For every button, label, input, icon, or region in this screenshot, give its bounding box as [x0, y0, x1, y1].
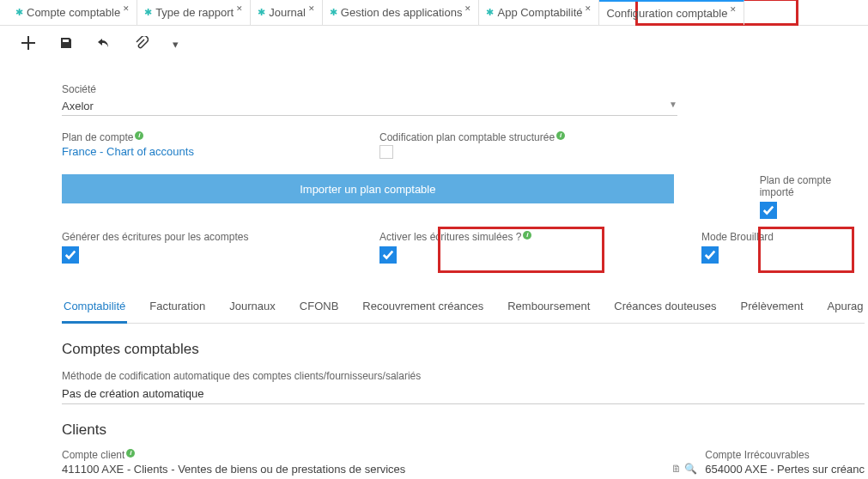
close-icon[interactable]: ✕: [123, 4, 130, 13]
field-actions[interactable]: 🗎 🔍: [671, 463, 697, 475]
top-tabs: ✱Compte comptable✕ ✱Type de rapport✕ ✱Jo…: [0, 0, 868, 26]
close-icon[interactable]: ✕: [730, 5, 737, 14]
plan-value-link[interactable]: France - Chart of accounts: [62, 145, 379, 158]
subtab-apurag[interactable]: Apurag: [826, 294, 865, 323]
save-icon[interactable]: [59, 36, 73, 52]
tab-label: App Comptabilité: [497, 6, 582, 19]
codif-checkbox[interactable]: [379, 145, 393, 159]
info-icon: i: [556, 131, 565, 140]
importe-label: Plan de compte importé: [760, 174, 868, 198]
tab-app-compta[interactable]: ✱App Comptabilité✕: [479, 0, 599, 25]
tab-compte-comptable[interactable]: ✱Compte comptable✕: [9, 0, 137, 25]
importe-checkbox[interactable]: [760, 202, 777, 219]
irrec-value[interactable]: 654000 AXE - Pertes sur créanc: [705, 463, 865, 476]
gear-icon: ✱: [15, 7, 23, 18]
plan-label: Plan de comptei: [62, 131, 379, 143]
tab-label: Compte comptable: [27, 6, 120, 19]
gear-icon: ✱: [258, 7, 265, 18]
tab-label: Journal: [269, 6, 306, 19]
info-icon: i: [523, 231, 531, 240]
close-icon[interactable]: ✕: [585, 4, 592, 13]
subtab-prelev[interactable]: Prélèvement: [739, 294, 805, 323]
caret-down-icon[interactable]: ▾: [173, 38, 179, 51]
tab-label: Gestion des applications: [341, 6, 463, 19]
gen-checkbox[interactable]: [62, 246, 79, 264]
section-clients-h: Clients: [62, 421, 868, 439]
brou-label: Mode Brouillard: [701, 231, 774, 243]
close-icon[interactable]: ✕: [464, 4, 471, 13]
compte-client-value[interactable]: 411100 AXE - Clients - Ventes de biens o…: [62, 463, 697, 476]
tab-gestion-apps[interactable]: ✱Gestion des applications✕: [323, 0, 480, 25]
subtabs: Comptabilité Facturation Journaux CFONB …: [62, 294, 865, 324]
subtab-journaux[interactable]: Journaux: [228, 294, 276, 323]
compte-client-label: Compte clienti: [62, 449, 697, 461]
close-icon[interactable]: ✕: [236, 4, 243, 13]
gear-icon: ✱: [330, 7, 337, 18]
subtab-facturation[interactable]: Facturation: [148, 294, 207, 323]
gen-label: Générer des écritures pour les acomptes: [62, 231, 379, 243]
brou-checkbox[interactable]: [701, 246, 719, 264]
societe-label: Société: [62, 83, 677, 95]
tab-label: Configuration comptable: [606, 7, 727, 20]
section-comptes-h: Comptes comptables: [62, 341, 868, 358]
form-body: Société Axelor ▼ Plan de comptei France …: [0, 83, 868, 476]
sim-checkbox[interactable]: [379, 246, 397, 264]
info-icon: i: [135, 131, 143, 140]
societe-value: Axelor: [62, 100, 94, 112]
tab-journal[interactable]: ✱Journal✕: [251, 0, 323, 25]
undo-icon[interactable]: [97, 36, 111, 52]
tab-type-rapport[interactable]: ✱Type de rapport✕: [137, 0, 251, 25]
methode-label: Méthode de codification automatique des …: [62, 370, 865, 382]
subtab-cfonb[interactable]: CFONB: [298, 294, 341, 323]
sim-label: Activer les écritures simulées ?i: [379, 231, 701, 243]
close-icon[interactable]: ✕: [308, 4, 315, 13]
gear-icon: ✱: [486, 7, 494, 18]
add-icon[interactable]: [21, 36, 35, 52]
tab-label: Type de rapport: [155, 6, 234, 19]
codif-label: Codification plan comptable structuréei: [379, 131, 749, 143]
subtab-recouv[interactable]: Recouvrement créances: [361, 294, 485, 323]
societe-select[interactable]: Axelor ▼: [62, 97, 677, 116]
import-plan-button[interactable]: Importer un plan comptable: [62, 174, 674, 203]
toolbar: ▾: [0, 26, 868, 58]
chevron-down-icon: ▼: [669, 100, 677, 112]
attach-icon[interactable]: [135, 36, 149, 52]
subtab-rembours[interactable]: Remboursement: [506, 294, 592, 323]
info-icon: i: [126, 449, 135, 458]
subtab-douteuses[interactable]: Créances douteuses: [612, 294, 718, 323]
tab-config-comptable[interactable]: Configuration comptable✕: [599, 0, 744, 25]
methode-value[interactable]: Pas de création automatique: [62, 384, 865, 404]
gear-icon: ✱: [144, 7, 152, 18]
subtab-comptabilite[interactable]: Comptabilité: [62, 294, 127, 324]
irrec-label: Compte Irrécouvrables: [705, 449, 865, 461]
